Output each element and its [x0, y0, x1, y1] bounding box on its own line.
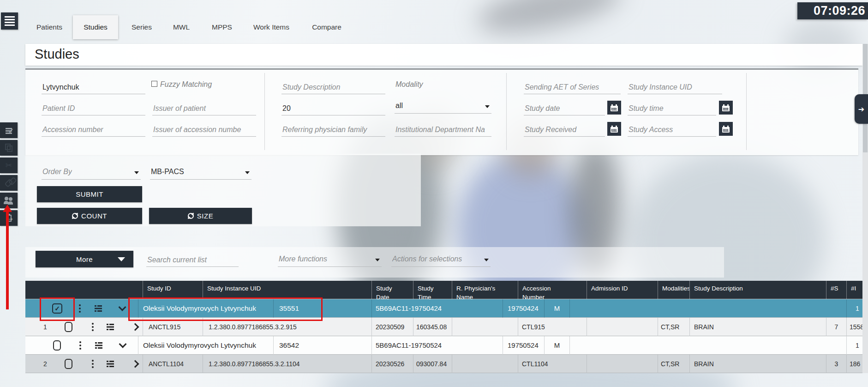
tab-compare[interactable]: Compare — [307, 15, 346, 39]
size-button[interactable]: SIZE — [149, 208, 252, 224]
tab-work-items[interactable]: Work Items — [247, 15, 295, 39]
header-study-description[interactable]: Study Description — [690, 281, 826, 299]
attributes-icon[interactable] — [95, 342, 102, 349]
more-button[interactable]: More — [36, 251, 133, 267]
count-button[interactable]: COUNT — [37, 208, 142, 224]
search-current-list-input[interactable] — [146, 253, 239, 267]
study-time-input[interactable] — [628, 102, 716, 115]
copy-button — [0, 140, 18, 156]
sending-aet-input[interactable] — [524, 80, 621, 94]
study-time-calendar-button[interactable] — [719, 101, 733, 115]
checkbox-unchecked-icon[interactable] — [65, 359, 72, 369]
actions-for-selections-select[interactable]: Actions for selections — [391, 253, 491, 267]
link-icon — [4, 178, 13, 187]
chevron-right-icon[interactable] — [132, 360, 139, 368]
issuer-of-patient-input[interactable] — [152, 102, 256, 115]
study-date-input[interactable] — [524, 102, 605, 115]
header-modalities[interactable]: Modalities — [658, 281, 690, 299]
header-referring-physician[interactable]: R. Physician'sName — [452, 281, 518, 299]
chevron-down-icon[interactable] — [119, 340, 127, 348]
limit-input[interactable] — [281, 102, 385, 115]
header-study-instance-uid[interactable]: Study Instance UID — [203, 281, 372, 299]
tab-studies[interactable]: Studies — [73, 15, 118, 39]
study-access-calendar-button[interactable] — [719, 122, 733, 136]
tab-series[interactable]: Series — [126, 15, 158, 39]
modality-select[interactable]: all — [395, 100, 491, 114]
arrow-right-icon: ➔ — [858, 105, 864, 114]
cut-icon: ✂ — [5, 161, 12, 169]
chevron-down-icon — [485, 105, 490, 108]
tasks-button[interactable] — [0, 122, 18, 138]
empty-cell — [570, 336, 847, 355]
annotation-box-checkbox — [40, 297, 75, 321]
calendar-icon — [611, 127, 618, 133]
side-panel-handle[interactable]: ➔ — [855, 94, 868, 124]
referring-physician-name — [452, 355, 518, 373]
row-controls: 2 — [25, 355, 143, 373]
patient-row[interactable]: Oleksii Volodymyrovych Lytvynchuk 36542 … — [25, 336, 868, 355]
patient-id-input[interactable] — [42, 102, 145, 115]
refresh-icon — [188, 213, 194, 219]
header-num-series[interactable]: #S — [826, 281, 847, 299]
header-accession-number[interactable]: AccessionNumber — [518, 281, 587, 299]
panel-divider — [746, 73, 747, 150]
chevron-down-icon — [484, 259, 489, 261]
tab-mwl[interactable]: MWL — [168, 15, 195, 39]
order-by-placeholder: Order By — [42, 168, 72, 176]
study-received-input[interactable] — [524, 123, 605, 137]
study-received-calendar-button[interactable] — [607, 122, 621, 136]
accession-number-input[interactable] — [42, 123, 145, 137]
patient-name-input[interactable] — [42, 80, 145, 94]
menu-icon[interactable] — [1, 12, 18, 30]
calendar-icon — [611, 106, 618, 111]
kebab-menu-icon[interactable] — [92, 326, 94, 328]
study-date-calendar-button[interactable] — [607, 101, 621, 115]
referring-physician-input[interactable] — [281, 123, 385, 137]
header-admission-id[interactable]: Admission ID — [587, 281, 658, 299]
attributes-icon[interactable] — [95, 305, 102, 312]
kebab-menu-icon[interactable] — [79, 308, 81, 309]
copy-icon — [7, 145, 12, 152]
admission-id — [587, 355, 658, 373]
tab-mpps[interactable]: MPPS — [206, 15, 238, 39]
issuer-of-accession-input[interactable] — [152, 123, 256, 137]
study-instance-uid-input[interactable] — [628, 80, 722, 94]
chevron-down-icon — [245, 171, 250, 174]
study-time: 160345.08 — [413, 318, 452, 336]
kebab-menu-icon[interactable] — [92, 363, 94, 365]
export-button[interactable] — [0, 210, 18, 226]
row-number: 2 — [42, 355, 48, 373]
submit-button[interactable]: SUBMIT — [37, 186, 142, 202]
order-by-select[interactable]: Order By — [42, 166, 141, 180]
device-select[interactable]: MB-PACS — [150, 166, 251, 180]
tab-patients[interactable]: Patients — [30, 15, 68, 39]
device-value: MB-PACS — [151, 168, 184, 176]
study-row[interactable]: 2 ANCTL1104 1.2.380.0.8977186855.3.2.110… — [25, 355, 868, 373]
chevron-down-icon[interactable] — [119, 303, 126, 311]
backdrop-blob — [473, 0, 626, 42]
more-functions-select[interactable]: More functions — [278, 253, 382, 267]
more-functions-placeholder: More functions — [279, 255, 327, 263]
study-description: BRAIN — [690, 318, 826, 336]
header-study-date[interactable]: StudyDate — [372, 281, 413, 299]
fuzzy-matching-checkbox[interactable] — [151, 81, 157, 87]
institutional-department-input[interactable] — [395, 123, 491, 137]
patient-sex: M — [545, 299, 570, 318]
num-series: 3 — [826, 355, 847, 373]
checkbox-unchecked-icon[interactable] — [65, 322, 72, 332]
chevron-right-icon[interactable] — [132, 323, 139, 331]
refresh-icon — [72, 213, 78, 219]
attributes-icon[interactable] — [107, 361, 114, 367]
checkbox-unchecked-icon[interactable] — [53, 340, 61, 351]
study-description-input[interactable] — [281, 80, 385, 94]
header-study-id[interactable]: Study ID — [143, 281, 203, 299]
accession-number: CTL1104 — [518, 355, 587, 373]
fuzzy-matching-label: Fuzzy Matching — [160, 80, 212, 89]
kebab-menu-icon[interactable] — [79, 345, 81, 346]
attributes-icon[interactable] — [107, 324, 114, 330]
header-study-time[interactable]: StudyTime — [413, 281, 452, 299]
study-access-input[interactable] — [628, 123, 716, 137]
study-id: ANCTL1104 — [143, 355, 203, 373]
chevron-down-icon — [134, 171, 139, 174]
patient-id-issuer: 5B69AC11-19750524 — [372, 336, 503, 355]
